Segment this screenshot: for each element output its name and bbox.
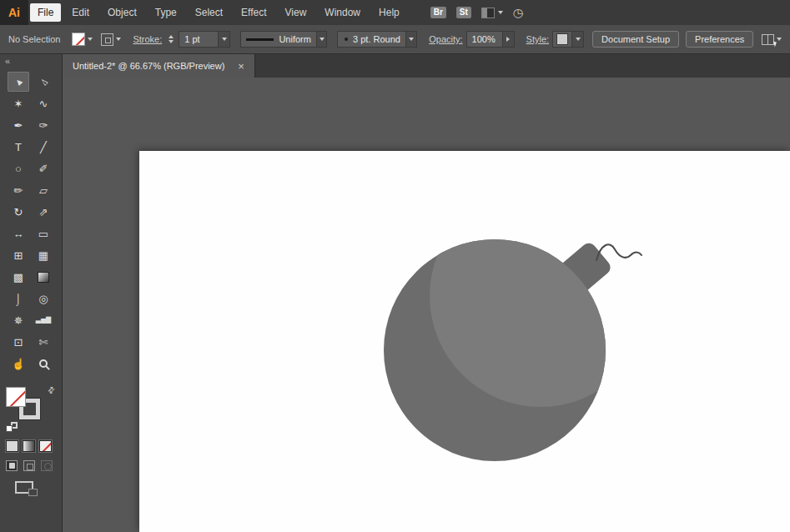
gradient-button[interactable] bbox=[23, 440, 35, 452]
draw-inside-button[interactable] bbox=[41, 460, 53, 471]
scale-tool[interactable]: ⇗ bbox=[33, 202, 54, 222]
shaper-tool[interactable]: ✏ bbox=[8, 180, 29, 200]
workspace-switcher[interactable] bbox=[481, 8, 503, 18]
rotate-tool[interactable]: ↻ bbox=[8, 202, 29, 222]
none-button[interactable] bbox=[39, 440, 52, 452]
curvature-tool[interactable]: ✑ bbox=[33, 115, 54, 135]
shape-builder-tool[interactable]: ⊞ bbox=[8, 245, 29, 265]
menubar-right-cluster: Br St ◷ bbox=[430, 7, 523, 18]
magic-wand-tool[interactable]: ✶ bbox=[8, 93, 29, 113]
fill-color-swatch[interactable] bbox=[72, 33, 85, 46]
width-profile-value: Uniform bbox=[274, 34, 316, 44]
menu-effect[interactable]: Effect bbox=[234, 3, 274, 22]
menu-edit[interactable]: Edit bbox=[64, 3, 97, 22]
chevron-down-icon bbox=[777, 38, 782, 41]
hand-tool[interactable]: ☝ bbox=[8, 354, 29, 374]
opacity-label[interactable]: Opacity: bbox=[429, 34, 462, 44]
canvas[interactable] bbox=[63, 78, 790, 532]
stepper-down-icon[interactable] bbox=[169, 40, 174, 43]
bomb-highlight[interactable] bbox=[430, 185, 652, 407]
pen-tool[interactable]: ✒ bbox=[8, 115, 29, 135]
menu-view[interactable]: View bbox=[278, 3, 314, 22]
workspace: « ► ▻ ✶ ∿ ✒ ✑ T ╱ ○ ✐ ✏ ▱ ↻ ⇗ ↔ ▭ ⊞ ▦ ▩ … bbox=[0, 54, 790, 532]
ellipse-tool[interactable]: ○ bbox=[8, 158, 29, 178]
paintbrush-tool[interactable]: ✐ bbox=[33, 158, 54, 178]
fill-swatch-none[interactable] bbox=[6, 387, 26, 407]
brush-value: 3 pt. Round bbox=[348, 34, 405, 44]
eyedropper-icon: ⌡ bbox=[15, 294, 22, 304]
mesh-tool[interactable]: ▩ bbox=[8, 267, 29, 287]
stroke-color-swatch[interactable] bbox=[101, 33, 113, 46]
stroke-weight-stepper[interactable] bbox=[167, 33, 175, 45]
chevron-down-icon[interactable] bbox=[116, 38, 121, 41]
chevron-down-icon[interactable] bbox=[88, 38, 93, 41]
eyedropper-tool[interactable]: ⌡ bbox=[8, 289, 29, 309]
swap-fill-stroke-icon[interactable]: ⇄ bbox=[45, 384, 57, 396]
drawing-mode-buttons bbox=[6, 460, 53, 471]
free-transform-icon: ▭ bbox=[38, 228, 48, 239]
blend-icon: ◎ bbox=[38, 294, 48, 304]
artboard-tool[interactable]: ⊡ bbox=[8, 332, 29, 352]
gpu-performance-icon[interactable]: ◷ bbox=[513, 7, 523, 18]
direct-selection-tool[interactable]: ▻ bbox=[33, 72, 54, 92]
chevron-down-icon bbox=[320, 38, 325, 41]
perspective-grid-icon: ▦ bbox=[38, 250, 48, 261]
arrange-documents-icon bbox=[762, 34, 774, 45]
brush-dropdown[interactable]: 3 pt. Round bbox=[337, 31, 417, 48]
stroke-weight-dropdown[interactable]: 1 pt bbox=[179, 31, 230, 48]
menu-object[interactable]: Object bbox=[100, 3, 144, 22]
menu-window[interactable]: Window bbox=[317, 3, 368, 22]
style-label[interactable]: Style: bbox=[526, 34, 550, 44]
selection-tool[interactable]: ► bbox=[8, 72, 29, 92]
stock-button[interactable]: St bbox=[456, 7, 471, 18]
width-tool[interactable]: ↔ bbox=[8, 223, 29, 243]
draw-normal-button[interactable] bbox=[6, 460, 18, 471]
dropdown-button[interactable] bbox=[218, 32, 229, 47]
menu-select[interactable]: Select bbox=[188, 3, 230, 22]
draw-behind-button[interactable] bbox=[23, 460, 35, 471]
lasso-tool[interactable]: ∿ bbox=[33, 93, 54, 113]
color-button[interactable] bbox=[6, 440, 18, 452]
document-tab-bar: Untitled-2* @ 66.67% (RGB/Preview) × bbox=[63, 54, 790, 78]
dropdown-button[interactable] bbox=[571, 32, 583, 47]
width-profile-dropdown[interactable]: Uniform bbox=[240, 31, 327, 48]
column-graph-tool[interactable]: ▃▅▇ bbox=[33, 310, 54, 330]
style-dropdown[interactable] bbox=[552, 31, 584, 48]
gradient-icon bbox=[38, 272, 49, 283]
dropdown-button[interactable] bbox=[502, 32, 514, 47]
screen-mode-button[interactable] bbox=[15, 481, 33, 494]
artboard[interactable] bbox=[139, 151, 790, 532]
stroke-label[interactable]: Stroke: bbox=[133, 34, 162, 44]
menu-file[interactable]: File bbox=[30, 3, 61, 22]
menu-type[interactable]: Type bbox=[148, 3, 184, 22]
opacity-dropdown[interactable]: 100% bbox=[466, 31, 515, 48]
menu-help[interactable]: Help bbox=[371, 3, 407, 22]
stepper-up-icon[interactable] bbox=[169, 35, 174, 38]
close-tab-icon[interactable]: × bbox=[238, 61, 244, 72]
collapse-panel-icon[interactable]: « bbox=[0, 54, 15, 67]
line-segment-tool[interactable]: ╱ bbox=[33, 137, 54, 157]
dropdown-button[interactable] bbox=[405, 32, 416, 47]
document-setup-button[interactable]: Document Setup bbox=[592, 31, 679, 48]
preferences-button[interactable]: Preferences bbox=[686, 31, 753, 48]
document-tab[interactable]: Untitled-2* @ 66.67% (RGB/Preview) × bbox=[63, 54, 255, 78]
arrange-documents-control[interactable] bbox=[762, 34, 782, 45]
blend-tool[interactable]: ◎ bbox=[33, 289, 54, 309]
bridge-button[interactable]: Br bbox=[430, 7, 446, 18]
default-fill-stroke-icon[interactable] bbox=[6, 422, 18, 432]
fill-stroke-controls: ⇄ bbox=[6, 387, 54, 427]
eraser-tool[interactable]: ▱ bbox=[33, 180, 54, 200]
chevron-down-icon bbox=[409, 38, 414, 41]
symbol-sprayer-tool[interactable]: ✵ bbox=[8, 310, 29, 330]
paintbrush-icon: ✐ bbox=[39, 163, 48, 174]
type-tool[interactable]: T bbox=[8, 137, 29, 157]
perspective-grid-tool[interactable]: ▦ bbox=[33, 245, 54, 265]
free-transform-tool[interactable]: ▭ bbox=[33, 223, 54, 243]
color-mode-buttons bbox=[6, 440, 52, 452]
zoom-tool[interactable] bbox=[33, 354, 54, 374]
tools-panel: « ► ▻ ✶ ∿ ✒ ✑ T ╱ ○ ✐ ✏ ▱ ↻ ⇗ ↔ ▭ ⊞ ▦ ▩ … bbox=[0, 54, 63, 532]
dropdown-button[interactable] bbox=[316, 32, 326, 47]
control-bar: No Selection Stroke: 1 pt Uniform 3 pt. … bbox=[0, 25, 790, 54]
gradient-tool[interactable] bbox=[33, 267, 54, 287]
slice-tool[interactable]: ✄ bbox=[33, 332, 54, 352]
